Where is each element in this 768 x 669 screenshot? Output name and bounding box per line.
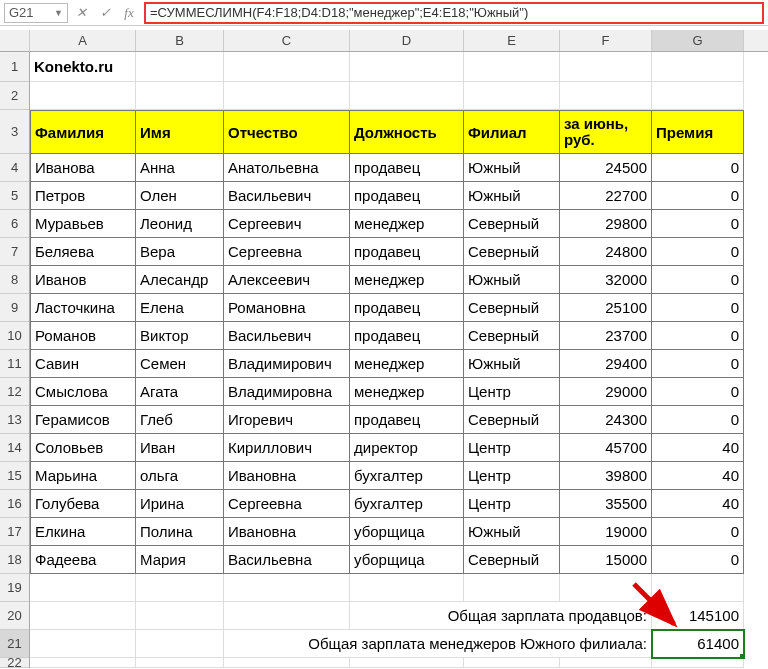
cell[interactable]: Полина (136, 518, 224, 546)
cell[interactable]: 15000 (560, 546, 652, 574)
cell[interactable]: Северный (464, 238, 560, 266)
cell[interactable]: Иванов (30, 266, 136, 294)
cell[interactable]: 25100 (560, 294, 652, 322)
cell[interactable]: 24800 (560, 238, 652, 266)
cell[interactable]: 0 (652, 182, 744, 210)
cell[interactable]: Общая зарплата продавцов: (350, 602, 652, 630)
cell[interactable]: Северный (464, 406, 560, 434)
cell[interactable]: Анна (136, 154, 224, 182)
cell[interactable]: Южный (464, 350, 560, 378)
cell[interactable] (224, 574, 350, 602)
cell[interactable]: 35500 (560, 490, 652, 518)
cell[interactable]: менеджер (350, 210, 464, 238)
cell[interactable]: 29800 (560, 210, 652, 238)
grid[interactable]: Konekto.ruФамилияИмяОтчествоДолжностьФил… (30, 52, 768, 668)
row-header-3[interactable]: 3 (0, 110, 29, 154)
cell[interactable]: Кириллович (224, 434, 350, 462)
cell[interactable]: Премия (652, 110, 744, 154)
cell[interactable] (136, 52, 224, 82)
cell[interactable] (350, 658, 464, 668)
cell[interactable]: Васильевна (224, 546, 350, 574)
cell[interactable]: 32000 (560, 266, 652, 294)
cell[interactable]: Ирина (136, 490, 224, 518)
cell[interactable]: Алексеевич (224, 266, 350, 294)
row-header-15[interactable]: 15 (0, 462, 29, 490)
cell[interactable]: 24300 (560, 406, 652, 434)
cell[interactable]: ольга (136, 462, 224, 490)
cell[interactable]: Северный (464, 210, 560, 238)
cell[interactable]: 0 (652, 406, 744, 434)
cell[interactable]: Ивановна (224, 462, 350, 490)
cell[interactable]: 19000 (560, 518, 652, 546)
row-header-13[interactable]: 13 (0, 406, 29, 434)
cell[interactable]: 23700 (560, 322, 652, 350)
cell[interactable] (224, 602, 350, 630)
cell[interactable] (30, 82, 136, 110)
cell[interactable] (136, 658, 224, 668)
cell[interactable]: уборщица (350, 518, 464, 546)
cell[interactable]: Центр (464, 490, 560, 518)
cell[interactable] (464, 82, 560, 110)
cell[interactable]: Голубева (30, 490, 136, 518)
cell[interactable]: Иван (136, 434, 224, 462)
row-header-21[interactable]: 21 (0, 630, 29, 658)
col-header-E[interactable]: E (464, 30, 560, 51)
cell[interactable]: бухгалтер (350, 490, 464, 518)
cell[interactable]: Konekto.ru (30, 52, 136, 82)
col-header-F[interactable]: F (560, 30, 652, 51)
cell[interactable]: 0 (652, 238, 744, 266)
cell[interactable]: 0 (652, 378, 744, 406)
cell[interactable] (652, 658, 744, 668)
cell[interactable]: Общая зарплата менеджеров Южного филиала… (224, 630, 652, 658)
row-header-11[interactable]: 11 (0, 350, 29, 378)
cell[interactable]: продавец (350, 322, 464, 350)
cell[interactable]: Елкина (30, 518, 136, 546)
cell[interactable]: Южный (464, 266, 560, 294)
cell[interactable]: Семен (136, 350, 224, 378)
cell[interactable]: Фадеева (30, 546, 136, 574)
cell[interactable]: Алесандр (136, 266, 224, 294)
row-header-20[interactable]: 20 (0, 602, 29, 630)
cell[interactable] (560, 82, 652, 110)
cell[interactable]: Мария (136, 546, 224, 574)
cell[interactable]: Сергеевна (224, 238, 350, 266)
cell[interactable]: менеджер (350, 266, 464, 294)
cell[interactable]: 40 (652, 434, 744, 462)
cell[interactable]: 0 (652, 546, 744, 574)
row-header-19[interactable]: 19 (0, 574, 29, 602)
cell[interactable]: Смыслова (30, 378, 136, 406)
cell[interactable]: Марьина (30, 462, 136, 490)
cell[interactable]: уборщица (350, 546, 464, 574)
row-header-17[interactable]: 17 (0, 518, 29, 546)
cell[interactable]: бухгалтер (350, 462, 464, 490)
cell[interactable]: Сергеевич (224, 210, 350, 238)
cell[interactable]: 0 (652, 294, 744, 322)
cell[interactable]: 29000 (560, 378, 652, 406)
cell[interactable] (560, 52, 652, 82)
row-header-12[interactable]: 12 (0, 378, 29, 406)
cell[interactable]: Елена (136, 294, 224, 322)
cell[interactable]: менеджер (350, 378, 464, 406)
formula-input[interactable]: =СУММЕСЛИМН(F4:F18;D4:D18;"менеджер";E4:… (144, 2, 764, 24)
row-header-9[interactable]: 9 (0, 294, 29, 322)
cell[interactable]: Игоревич (224, 406, 350, 434)
col-header-B[interactable]: B (136, 30, 224, 51)
cell[interactable]: Вера (136, 238, 224, 266)
cell[interactable]: Романовна (224, 294, 350, 322)
cell[interactable] (224, 52, 350, 82)
cell[interactable]: Владимировна (224, 378, 350, 406)
cell[interactable] (30, 658, 136, 668)
cell[interactable]: 0 (652, 154, 744, 182)
cell[interactable] (464, 574, 560, 602)
cell[interactable]: 39800 (560, 462, 652, 490)
cell[interactable]: Савин (30, 350, 136, 378)
cell[interactable]: Южный (464, 154, 560, 182)
row-header-18[interactable]: 18 (0, 546, 29, 574)
cell[interactable]: Центр (464, 462, 560, 490)
cell[interactable] (136, 82, 224, 110)
cell[interactable]: Виктор (136, 322, 224, 350)
cell[interactable]: 0 (652, 322, 744, 350)
cell[interactable]: Муравьев (30, 210, 136, 238)
cell[interactable]: Филиал (464, 110, 560, 154)
cell[interactable]: Анатольевна (224, 154, 350, 182)
